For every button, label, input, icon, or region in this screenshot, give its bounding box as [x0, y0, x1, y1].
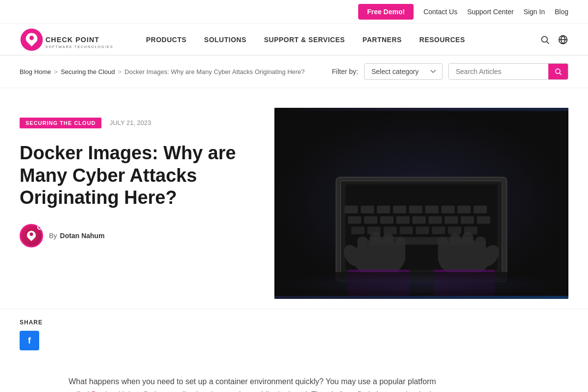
search-submit-icon: [554, 68, 562, 75]
svg-rect-39: [432, 226, 445, 234]
support-center-link[interactable]: Support Center: [467, 8, 514, 16]
article-meta-left: SECURING THE CLOUD JULY 21, 2023 Docker …: [20, 108, 255, 247]
author-area: By Dotan Nahum: [20, 224, 255, 247]
svg-point-11: [30, 232, 33, 236]
svg-rect-55: [450, 233, 460, 265]
svg-line-5: [547, 41, 549, 44]
svg-rect-31: [444, 216, 458, 223]
free-demo-button[interactable]: Free Demo!: [358, 4, 414, 20]
svg-rect-24: [473, 206, 487, 213]
search-box: [448, 63, 568, 80]
svg-rect-19: [393, 206, 406, 213]
svg-rect-29: [413, 216, 426, 223]
nav-solutions[interactable]: SOLUTIONS: [196, 24, 255, 55]
share-label: SHARE: [20, 319, 568, 326]
cp-logo-icon: [24, 228, 39, 244]
svg-rect-21: [425, 206, 439, 213]
nav-resources[interactable]: RESOURCES: [411, 24, 474, 55]
svg-rect-54: [438, 237, 447, 264]
globe-icon: [558, 34, 568, 45]
svg-rect-47: [396, 237, 405, 264]
svg-rect-26: [364, 216, 377, 223]
article-intro-paragraph: What happens when you need to set up a c…: [69, 375, 451, 392]
svg-text:CHECK POINT: CHECK POINT: [46, 35, 99, 43]
filter-label: Filter by:: [332, 68, 358, 75]
svg-rect-20: [409, 206, 422, 213]
svg-point-1: [29, 35, 34, 40]
main-nav: CHECK POINT SOFTWARE TECHNOLOGIES PRODUC…: [0, 24, 588, 55]
svg-rect-37: [399, 226, 413, 234]
search-icon-button[interactable]: [540, 35, 550, 45]
blog-link[interactable]: Blog: [555, 8, 568, 16]
breadcrumb-sep-2: >: [118, 68, 122, 75]
article-body: What happens when you need to set up a c…: [0, 360, 470, 392]
breadcrumb: Blog Home > Securing the Cloud > Docker …: [20, 68, 305, 75]
svg-rect-18: [377, 206, 390, 213]
svg-rect-28: [396, 216, 410, 223]
author-name[interactable]: Dotan Nahum: [60, 232, 104, 240]
breadcrumb-bar: Blog Home > Securing the Cloud > Docker …: [0, 55, 588, 88]
nav-support[interactable]: SUPPORT & SERVICES: [255, 24, 354, 55]
filter-area: Filter by: Select category: [332, 63, 568, 80]
breadcrumb-current: Docker Images: Why are Many Cyber Attack…: [124, 68, 305, 75]
svg-point-4: [541, 36, 547, 42]
logo[interactable]: CHECK POINT SOFTWARE TECHNOLOGIES: [20, 27, 118, 52]
hacker-illustration: [274, 108, 568, 299]
svg-rect-25: [348, 216, 361, 223]
article-header: SECURING THE CLOUD JULY 21, 2023 Docker …: [0, 88, 588, 299]
nav-icons: [540, 34, 568, 45]
svg-rect-36: [384, 226, 397, 234]
nav-partners[interactable]: PARTNERS: [354, 24, 411, 55]
breadcrumb-home[interactable]: Blog Home: [20, 68, 51, 75]
svg-rect-32: [461, 216, 474, 223]
hacker-image-content: [274, 108, 568, 299]
sign-in-link[interactable]: Sign In: [523, 8, 545, 16]
svg-rect-34: [351, 226, 365, 234]
svg-rect-30: [429, 216, 442, 223]
svg-point-8: [556, 69, 560, 74]
contact-us-link[interactable]: Contact Us: [423, 8, 457, 16]
breadcrumb-section[interactable]: Securing the Cloud: [61, 68, 115, 75]
avatar: [20, 224, 43, 247]
share-section: SHARE f: [0, 309, 588, 360]
globe-icon-button[interactable]: [558, 34, 568, 45]
svg-rect-17: [361, 206, 374, 213]
nav-products[interactable]: PRODUCTS: [137, 24, 196, 55]
search-icon: [540, 35, 550, 45]
author-by-label: By: [49, 232, 57, 240]
category-date-row: SECURING THE CLOUD JULY 21, 2023: [20, 118, 255, 135]
svg-rect-60: [274, 272, 568, 295]
facebook-share-button[interactable]: f: [20, 331, 39, 350]
svg-rect-38: [416, 226, 429, 234]
svg-rect-56: [463, 232, 473, 265]
category-select[interactable]: Select category: [364, 63, 442, 80]
breadcrumb-sep-1: >: [54, 68, 58, 75]
nav-items: PRODUCTS SOLUTIONS SUPPORT & SERVICES PA…: [137, 24, 540, 55]
svg-line-9: [560, 73, 562, 75]
svg-rect-27: [380, 216, 393, 223]
hacker-image: [274, 108, 568, 299]
svg-rect-33: [477, 216, 490, 223]
svg-text:SOFTWARE TECHNOLOGIES: SOFTWARE TECHNOLOGIES: [46, 45, 114, 49]
search-button[interactable]: [548, 64, 568, 79]
svg-rect-40: [448, 226, 461, 234]
article-date: JULY 21, 2023: [110, 119, 151, 126]
category-tag[interactable]: SECURING THE CLOUD: [20, 118, 101, 128]
svg-rect-22: [441, 206, 455, 213]
avatar-dot: [37, 225, 42, 230]
svg-rect-23: [458, 206, 471, 213]
author-name-area: By Dotan Nahum: [49, 232, 104, 240]
search-input[interactable]: [449, 64, 548, 79]
article-image: [274, 108, 568, 299]
top-bar: Free Demo! Contact Us Support Center Sig…: [0, 0, 588, 24]
svg-rect-16: [344, 206, 358, 213]
article-intro-text: What happens when you need to set up a c…: [69, 377, 436, 392]
article-title: Docker Images: Why are Many Cyber Attack…: [20, 142, 255, 209]
